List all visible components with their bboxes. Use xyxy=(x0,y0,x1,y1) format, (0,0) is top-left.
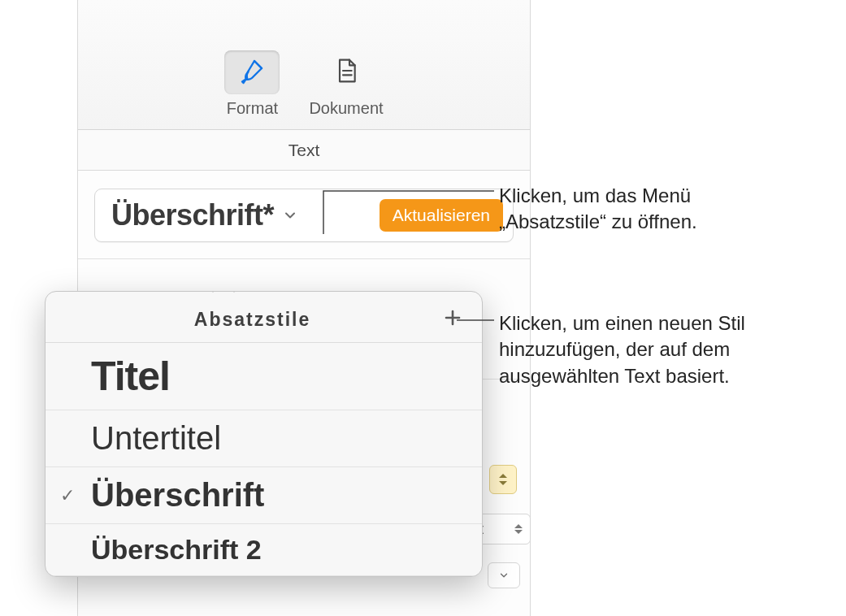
stage: Format Dokument Text xyxy=(0,0,846,616)
callout-add-style: Klicken, um einen neuen Stil hinzuzufüge… xyxy=(499,310,800,389)
callout-open-menu: Klicken, um das Menü „Absatzstile“ zu öf… xyxy=(499,183,800,236)
